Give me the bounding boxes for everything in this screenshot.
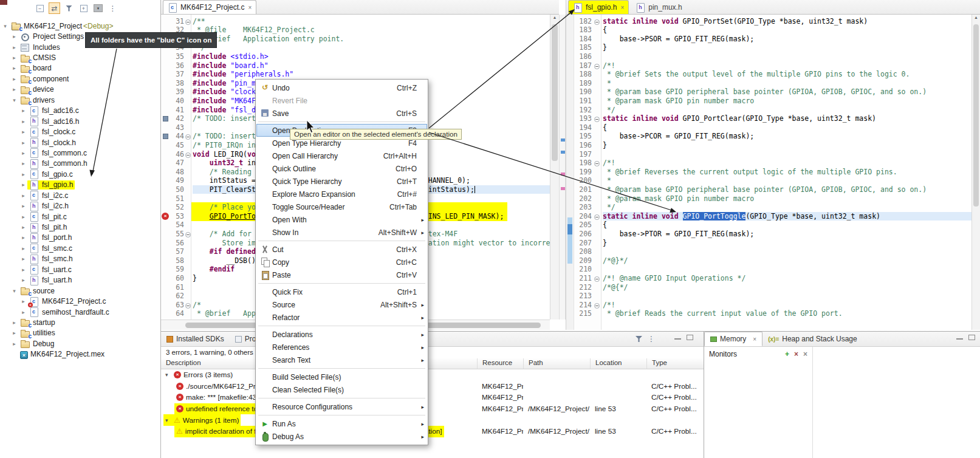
menu-item-quick-outline[interactable]: Quick OutlineCtrl+O — [256, 162, 427, 175]
tree-item-fsl-uart-c[interactable]: ▸cfsl_uart.c — [0, 264, 160, 275]
fold-collapse-icon[interactable] — [185, 19, 191, 25]
tree-item-cmsis[interactable]: ▸cCMSIS — [0, 52, 160, 63]
tree-item-source[interactable]: ▾csource — [0, 285, 160, 296]
view-dropdown-icon[interactable]: ▾ — [92, 2, 104, 14]
add-monitor-icon[interactable]: + — [785, 350, 789, 358]
menu-item-paste[interactable]: PasteCtrl+V — [256, 268, 427, 281]
fold-collapse-icon[interactable] — [594, 214, 600, 220]
overview-ruler[interactable] — [559, 15, 566, 320]
chevron-closed-icon[interactable]: ▸ — [19, 267, 27, 273]
code-line-193[interactable]: 193static inline void GPIO_PortClear(GPI… — [566, 114, 971, 123]
menu-item-explore-macro-expansion[interactable]: Explore Macro ExpansionCtrl+# — [256, 188, 427, 200]
problems-table-header[interactable]: DescriptionResourcePathLocationType — [161, 358, 704, 369]
code-line-210[interactable]: 210 — [566, 265, 971, 274]
menu-item-references[interactable]: References▸ — [256, 341, 427, 354]
scroll-up-icon[interactable]: ▲ — [550, 15, 559, 19]
tree-item-fsl-smc-h[interactable]: ▸hfsl_smc.h — [0, 254, 160, 264]
problem-row[interactable]: ▾×Errors (3 items) — [161, 369, 704, 381]
tree-item-debug[interactable]: ▸Debug — [0, 338, 160, 349]
fold-collapse-icon[interactable] — [594, 19, 600, 25]
problem-row[interactable]: ⚠implicit declaration of function 'GPIO_… — [161, 426, 704, 437]
menu-item-refactor[interactable]: Refactor▸ — [256, 311, 427, 324]
vertical-scrollbar[interactable]: ▲ — [550, 15, 559, 320]
chevron-closed-icon[interactable]: ▸ — [19, 256, 27, 262]
fold-collapse-icon[interactable] — [185, 134, 191, 140]
menu-item-declarations[interactable]: Declarations▸ — [256, 328, 427, 341]
fold-collapse-icon[interactable] — [185, 232, 191, 238]
chevron-open-icon[interactable]: ▾ — [10, 97, 18, 103]
code-line-208[interactable]: 208 — [566, 247, 971, 256]
scroll-up-icon[interactable]: ▲ — [972, 15, 980, 19]
menu-item-open-with[interactable]: Open With▸ — [256, 213, 427, 226]
filter-icon[interactable] — [63, 2, 75, 14]
code-line-186[interactable]: 186 — [566, 52, 971, 61]
fold-collapse-icon[interactable] — [185, 152, 191, 158]
problem-row[interactable]: ×undefined reference to `GPIO_PortToggle… — [161, 403, 704, 415]
tree-item-fsl-clock-h[interactable]: ▸hfsl_clock.h — [0, 137, 160, 148]
close-icon[interactable]: × — [753, 336, 756, 343]
menu-item-show-in[interactable]: Show InAlt+Shift+W▸ — [256, 226, 427, 239]
chevron-closed-icon[interactable]: ▸ — [19, 182, 27, 188]
menu-item-revert-file[interactable]: Revert File — [256, 94, 427, 107]
chevron-closed-icon[interactable]: ▸ — [19, 224, 27, 230]
tree-item-fsl-pit-c[interactable]: ▸cfsl_pit.c — [0, 211, 160, 222]
view-tab-heap-and-stack-usage[interactable]: (x)=Heap and Stack Usage — [762, 332, 862, 346]
chevron-closed-icon[interactable]: ▸ — [19, 214, 27, 220]
chevron-closed-icon[interactable]: ▸ — [19, 150, 27, 156]
code-line-183[interactable]: 183{ — [566, 26, 971, 35]
code-line-203[interactable]: 203 */ — [566, 203, 971, 212]
menu-item-resource-configurations[interactable]: Resource Configurations▸ — [256, 400, 427, 413]
chevron-closed-icon[interactable]: ▸ — [19, 171, 27, 177]
tree-item-fsl-port-h[interactable]: ▸hfsl_port.h — [0, 233, 160, 243]
problem-row[interactable]: ×make: *** [makefile:43: MK64F12_Project… — [161, 392, 704, 403]
menu-item-debug-as[interactable]: Debug As▸ — [256, 430, 427, 443]
menu-item-build-selected-file-s[interactable]: Build Selected File(s) — [256, 371, 427, 383]
tree-item-utilities[interactable]: ▸cutilities — [0, 328, 160, 338]
code-line-192[interactable]: 192 */ — [566, 106, 971, 115]
column-header-resource[interactable]: Resource — [477, 358, 523, 369]
chevron-closed-icon[interactable]: ▸ — [19, 309, 27, 315]
chevron-closed-icon[interactable]: ▸ — [10, 65, 18, 71]
menu-item-open-call-hierarchy[interactable]: Open Call HierarchyCtrl+Alt+H — [256, 149, 427, 162]
chevron-closed-icon[interactable]: ▸ — [19, 108, 27, 114]
tree-item-mk64f12-project-mex[interactable]: ×MK64F12_Project.mex — [0, 349, 160, 360]
code-line-204[interactable]: 204static inline void GPIO_PortToggle(GP… — [566, 212, 971, 221]
view-menu-icon[interactable]: ⋮ — [107, 2, 118, 14]
pane-divider[interactable] — [812, 347, 813, 458]
chevron-closed-icon[interactable]: ▸ — [10, 341, 18, 347]
chevron-closed-icon[interactable]: ▸ — [19, 118, 27, 125]
code-line-36[interactable]: 36#include "board.h" — [161, 61, 550, 70]
tab-fsl-gpio-h[interactable]: hfsl_gpio.h× — [568, 0, 629, 14]
minimize-icon[interactable] — [674, 335, 681, 340]
fold-collapse-icon[interactable] — [594, 276, 600, 282]
problem-row[interactable]: ▾⚠Warnings (1 item) — [161, 414, 704, 426]
remove-monitor-icon[interactable]: × — [794, 350, 798, 358]
tree-item-fsl-adc16-h[interactable]: ▸hfsl_adc16.h — [0, 116, 160, 126]
layout-icon[interactable]: + — [78, 2, 89, 14]
tree-item-semihost-hardfault-c[interactable]: ▸csemihost_hardfault.c — [0, 307, 160, 317]
code-line-212[interactable]: 212/*@{*/ — [566, 283, 971, 292]
tree-item-fsl-pit-h[interactable]: ▸hfsl_pit.h — [0, 222, 160, 232]
chevron-closed-icon[interactable]: ▸ — [19, 298, 27, 304]
menu-item-run-as[interactable]: ▶Run As▸ — [256, 417, 427, 430]
code-line-31[interactable]: 31/** — [161, 17, 550, 26]
tree-item-fsl-adc16-c[interactable]: ▸cfsl_adc16.c — [0, 106, 160, 116]
minimize-icon[interactable] — [956, 335, 963, 340]
tree-item-mk64f12-project[interactable]: ▾cMK64F12_Project <Debug> — [0, 21, 160, 31]
tree-item-mk64f12-project-c[interactable]: ▸c×MK64F12_Project.c — [0, 296, 160, 306]
code-line-211[interactable]: 211/*! @name GPIO Input Operations */ — [566, 274, 971, 283]
code-line-184[interactable]: 184 base->PSOR = GPIO_FIT_REG(mask); — [566, 35, 971, 44]
code-line-202[interactable]: 202 * @param mask GPIO pin number macro — [566, 194, 971, 203]
chevron-closed-icon[interactable]: ▸ — [19, 140, 27, 146]
fold-collapse-icon[interactable] — [594, 64, 600, 69]
chevron-closed-icon[interactable]: ▸ — [10, 330, 18, 336]
code-line-198[interactable]: 198/*! — [566, 159, 971, 168]
column-header-path[interactable]: Path — [523, 358, 590, 369]
link-with-editor-icon[interactable]: ⇄ — [49, 2, 60, 14]
filter-icon[interactable] — [636, 336, 642, 342]
code-line-213[interactable]: 213 — [566, 292, 971, 301]
remove-all-monitors-icon[interactable]: × — [803, 350, 807, 358]
menu-item-copy[interactable]: CopyCtrl+C — [256, 256, 427, 268]
chevron-closed-icon[interactable]: ▸ — [19, 129, 27, 135]
menu-item-clean-selected-file-s[interactable]: Clean Selected File(s) — [256, 383, 427, 396]
